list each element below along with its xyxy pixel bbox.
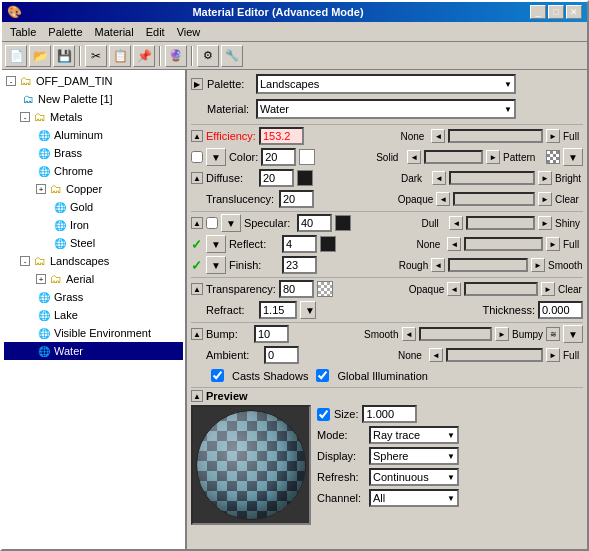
- trans-collapse[interactable]: ▲: [191, 283, 203, 295]
- tree-item-lake[interactable]: 🌐 Lake: [4, 306, 183, 324]
- specular-input[interactable]: [297, 214, 332, 232]
- slider-left-amb[interactable]: ◄: [429, 348, 443, 362]
- expand-landscapes[interactable]: -: [20, 256, 30, 266]
- options2-button[interactable]: 🔧: [221, 45, 243, 67]
- translucency-input[interactable]: [279, 190, 314, 208]
- slider-track-trans[interactable]: [453, 192, 535, 206]
- menu-palette[interactable]: Palette: [42, 25, 88, 39]
- paste-button[interactable]: 📌: [133, 45, 155, 67]
- color-extra-btn[interactable]: ▼: [563, 148, 583, 166]
- slider-left-ref[interactable]: ◄: [447, 237, 461, 251]
- slider-right-fin[interactable]: ►: [531, 258, 545, 272]
- menu-table[interactable]: Table: [4, 25, 42, 39]
- refract-dropdown-btn[interactable]: ▼: [300, 301, 316, 319]
- slider-track-fin[interactable]: [448, 258, 528, 272]
- maximize-button[interactable]: □: [548, 5, 564, 19]
- menu-edit[interactable]: Edit: [140, 25, 171, 39]
- copy-button[interactable]: 📋: [109, 45, 131, 67]
- close-button[interactable]: ✕: [566, 5, 582, 19]
- tree-item-chrome[interactable]: 🌐 Chrome: [4, 162, 183, 180]
- expand-root[interactable]: -: [6, 76, 16, 86]
- efficiency-collapse[interactable]: ▲: [191, 130, 203, 142]
- color-input[interactable]: [261, 148, 296, 166]
- preview-size-checkbox[interactable]: [317, 408, 330, 421]
- specular-checkbox[interactable]: [206, 217, 218, 229]
- tree-item-brass[interactable]: 🌐 Brass: [4, 144, 183, 162]
- ambient-input[interactable]: [264, 346, 299, 364]
- slider-track-ref[interactable]: [464, 237, 543, 251]
- bump-icon[interactable]: ≋: [546, 327, 560, 341]
- slider-left-fin[interactable]: ◄: [431, 258, 445, 272]
- diffuse-input[interactable]: [259, 169, 294, 187]
- slider-track-eff[interactable]: [448, 129, 543, 143]
- color-btn[interactable]: ▼: [206, 148, 226, 166]
- refract-input[interactable]: [259, 301, 297, 319]
- slider-left-bump[interactable]: ◄: [402, 327, 416, 341]
- slider-right-color[interactable]: ►: [486, 150, 500, 164]
- menu-view[interactable]: View: [171, 25, 207, 39]
- minimize-button[interactable]: _: [530, 5, 546, 19]
- refresh-dropdown[interactable]: Continuous ▼: [369, 468, 459, 486]
- channel-dropdown[interactable]: All ▼: [369, 489, 459, 507]
- slider-right-eff[interactable]: ►: [546, 129, 560, 143]
- slider-left-color[interactable]: ◄: [407, 150, 421, 164]
- tree-root[interactable]: - 🗂 OFF_DAM_TIN: [4, 72, 183, 90]
- open-button[interactable]: 📂: [29, 45, 51, 67]
- slider-right-trans[interactable]: ►: [538, 192, 552, 206]
- reflect-input[interactable]: [282, 235, 317, 253]
- tree-item-visible-env[interactable]: 🌐 Visible Environment: [4, 324, 183, 342]
- slider-track-diff[interactable]: [449, 171, 535, 185]
- efficiency-input[interactable]: 153.2: [259, 127, 304, 145]
- slider-right-trp[interactable]: ►: [541, 282, 555, 296]
- bump-extra-btn[interactable]: ▼: [563, 325, 583, 343]
- slider-right-ref[interactable]: ►: [546, 237, 560, 251]
- color-checkbox[interactable]: [191, 151, 203, 163]
- display-dropdown[interactable]: Sphere ▼: [369, 447, 459, 465]
- slider-track-trp[interactable]: [464, 282, 538, 296]
- preview-collapse[interactable]: ▲: [191, 390, 203, 402]
- slider-track-amb[interactable]: [446, 348, 543, 362]
- menu-material[interactable]: Material: [89, 25, 140, 39]
- tree-item-landscapes[interactable]: - 🗂 Landscapes: [4, 252, 183, 270]
- slider-left-eff[interactable]: ◄: [431, 129, 445, 143]
- expand-copper[interactable]: +: [36, 184, 46, 194]
- reflect-swatch[interactable]: [320, 236, 336, 252]
- specular-btn[interactable]: ▼: [221, 214, 241, 232]
- slider-right-bump[interactable]: ►: [495, 327, 509, 341]
- bump-collapse[interactable]: ▲: [191, 328, 203, 340]
- slider-left-spec[interactable]: ◄: [449, 216, 463, 230]
- slider-right-diff[interactable]: ►: [538, 171, 552, 185]
- expand-metals[interactable]: -: [20, 112, 30, 122]
- palette-collapse[interactable]: ▶: [191, 78, 203, 90]
- diffuse-collapse[interactable]: ▲: [191, 172, 203, 184]
- expand-aerial[interactable]: +: [36, 274, 46, 284]
- palette-dropdown[interactable]: Landscapes ▼: [256, 74, 516, 94]
- global-illum-checkbox[interactable]: [316, 369, 329, 382]
- finish-btn[interactable]: ▼: [206, 256, 226, 274]
- color-swatch[interactable]: [299, 149, 315, 165]
- tree-item-iron[interactable]: 🌐 Iron: [4, 216, 183, 234]
- bump-input[interactable]: [254, 325, 289, 343]
- thickness-input[interactable]: [538, 301, 583, 319]
- pattern-icon[interactable]: [546, 150, 560, 164]
- slider-left-diff[interactable]: ◄: [432, 171, 446, 185]
- tree-item-metals[interactable]: - 🗂 Metals: [4, 108, 183, 126]
- slider-left-trp[interactable]: ◄: [447, 282, 461, 296]
- tree-item-grass[interactable]: 🌐 Grass: [4, 288, 183, 306]
- slider-track-bump[interactable]: [419, 327, 492, 341]
- slider-right-amb[interactable]: ►: [546, 348, 560, 362]
- size-input[interactable]: [362, 405, 417, 423]
- render-button[interactable]: 🔮: [165, 45, 187, 67]
- reflect-btn[interactable]: ▼: [206, 235, 226, 253]
- transparency-input[interactable]: [279, 280, 314, 298]
- diffuse-swatch[interactable]: [297, 170, 313, 186]
- mode-dropdown[interactable]: Ray trace ▼: [369, 426, 459, 444]
- material-dropdown[interactable]: Water ▼: [256, 99, 516, 119]
- tree-item-gold[interactable]: 🌐 Gold: [4, 198, 183, 216]
- finish-input[interactable]: [282, 256, 317, 274]
- specular-swatch[interactable]: [335, 215, 351, 231]
- slider-left-trans[interactable]: ◄: [436, 192, 450, 206]
- slider-right-spec[interactable]: ►: [538, 216, 552, 230]
- casts-shadows-checkbox[interactable]: [211, 369, 224, 382]
- tree-item-aluminum[interactable]: 🌐 Aluminum: [4, 126, 183, 144]
